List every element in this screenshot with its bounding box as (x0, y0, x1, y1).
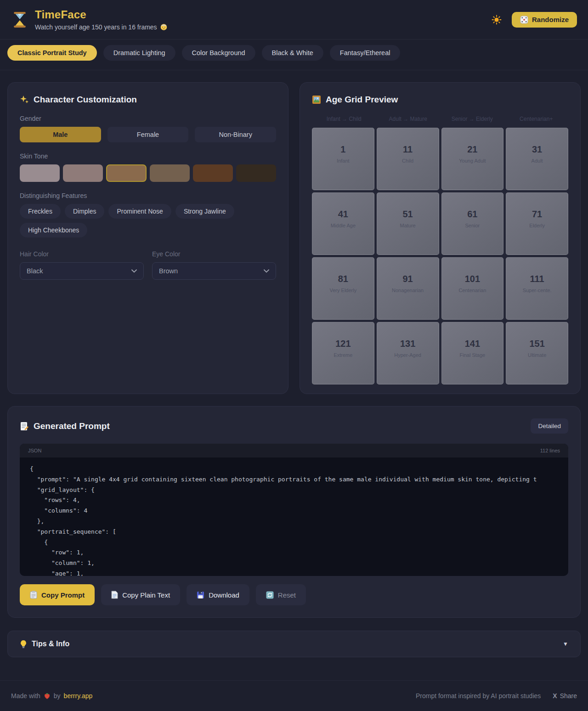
download-button[interactable]: Download (187, 584, 249, 605)
floppy-disk-icon (197, 591, 204, 599)
prompt-code-block: JSON 112 lines { "prompt": "A single 4x4… (20, 444, 568, 576)
column-label: Senior → Elderly (440, 116, 504, 122)
feature-chip-freckles[interactable]: Freckles (20, 204, 61, 219)
age-cell-51[interactable]: 51Mature (377, 192, 439, 255)
footer-credit-right: Prompt format inspired by AI portrait st… (416, 692, 577, 700)
skin-tone-options (20, 164, 276, 182)
copy-plain-text-button[interactable]: Copy Plain Text (101, 584, 180, 605)
hair-color-select[interactable]: Black (20, 262, 144, 280)
tab-fantasy-ethereal[interactable]: Fantasy/Ethereal (330, 45, 401, 61)
tab-dramatic-lighting[interactable]: Dramatic Lighting (103, 45, 175, 61)
app-header: TimeFace Watch yourself age 150 years in… (0, 0, 588, 40)
footer-credit-left: Made with by berrry.app (11, 692, 92, 700)
age-cell-11[interactable]: 11Child (377, 128, 439, 190)
feature-chip-dimples[interactable]: Dimples (65, 204, 105, 219)
age-cell-151[interactable]: 151Ultimate (506, 322, 568, 384)
memo-icon (20, 422, 29, 431)
randomize-label: Randomize (532, 16, 569, 23)
feature-options: Freckles Dimples Prominent Nose Strong J… (20, 204, 236, 237)
age-cell-111[interactable]: 111Super-cente. (506, 257, 568, 320)
age-cell-1[interactable]: 1Infant (312, 128, 374, 190)
tab-black-and-white[interactable]: Black & White (262, 45, 323, 61)
share-button[interactable]: X Share (553, 692, 577, 700)
berrry-app-link[interactable]: berrry.app (64, 692, 93, 700)
reset-button[interactable]: Reset (256, 584, 306, 605)
eye-color-label: Eye Color (152, 250, 276, 258)
age-cell-101[interactable]: 101Centenarian (441, 257, 504, 320)
code-block-header: JSON 112 lines (20, 444, 568, 457)
color-selects: Hair Color Black Eye Color Brown (20, 240, 276, 280)
column-label: Infant → Child (312, 116, 376, 122)
gender-label: Gender (20, 115, 276, 122)
app-title: TimeFace (35, 8, 168, 21)
skin-tone-swatch-5[interactable] (193, 164, 233, 182)
detail-level-badge[interactable]: Detailed (531, 418, 568, 434)
app-subtitle: Watch yourself age 150 years in 16 frame… (35, 23, 168, 31)
gender-options: Male Female Non-Binary (20, 127, 276, 142)
age-cell-81[interactable]: 81Very Elderly (312, 257, 374, 320)
age-cell-61[interactable]: 61Senior (441, 192, 504, 255)
brand-text: TimeFace Watch yourself age 150 years in… (35, 8, 168, 31)
gender-option-female[interactable]: Female (107, 127, 189, 142)
sun-icon (492, 15, 502, 25)
prompt-json-code[interactable]: { "prompt": "A single 4x4 grid containin… (20, 457, 568, 576)
character-customization-panel: Character Customization Gender Male Fema… (7, 82, 288, 394)
tips-title: Tips & Info (20, 640, 69, 649)
sparkles-icon (20, 95, 29, 104)
page-icon (111, 591, 118, 599)
column-label: Centenarian+ (504, 116, 569, 122)
copy-prompt-button[interactable]: Copy Prompt (20, 584, 95, 605)
app-footer: Made with by berrry.app Prompt format in… (0, 680, 588, 711)
light-bulb-icon (20, 640, 27, 649)
age-cell-121[interactable]: 121Extreme (312, 322, 374, 384)
header-actions: Randomize (492, 12, 577, 28)
age-cell-71[interactable]: 71Elderly (506, 192, 568, 255)
age-grid-title: Age Grid Preview (312, 95, 568, 105)
age-grid: 1Infant 11Child 21Young Adult 31Adult 41… (312, 128, 568, 384)
x-logo-icon: X (553, 692, 557, 700)
accordion-chevron-icon[interactable]: ▼ (563, 641, 568, 647)
style-tabs: Classic Portrait Study Dramatic Lighting… (0, 40, 588, 70)
hair-color-value: Black (27, 267, 43, 275)
tips-info-accordion[interactable]: Tips & Info ▼ (7, 631, 581, 657)
feature-chip-prominent-nose[interactable]: Prominent Nose (108, 204, 171, 219)
prompt-title: Generated Prompt (20, 421, 110, 431)
hair-color-label: Hair Color (20, 250, 144, 258)
customization-title: Character Customization (20, 95, 276, 105)
feature-chip-high-cheekbones[interactable]: High Cheekbones (20, 223, 87, 237)
chevron-down-icon (131, 269, 137, 273)
hourglass-icon (11, 11, 28, 28)
chevron-down-icon (264, 269, 269, 273)
randomize-button[interactable]: Randomize (512, 12, 577, 28)
old-person-face-icon (160, 23, 168, 31)
features-label: Distinguishing Features (20, 192, 276, 199)
skin-tone-swatch-6[interactable] (236, 164, 276, 182)
age-cell-31[interactable]: 31Adult (506, 128, 568, 190)
age-cell-21[interactable]: 21Young Adult (441, 128, 504, 190)
eye-color-select[interactable]: Brown (152, 262, 276, 280)
skin-tone-swatch-4[interactable] (150, 164, 190, 182)
footer-credit-text: Prompt format inspired by AI portrait st… (416, 692, 541, 700)
feature-chip-strong-jawline[interactable]: Strong Jawline (175, 204, 234, 219)
theme-toggle-button[interactable] (492, 15, 502, 25)
gender-option-non-binary[interactable]: Non-Binary (195, 127, 276, 142)
age-cell-41[interactable]: 41Middle Age (312, 192, 374, 255)
brand: TimeFace Watch yourself age 150 years in… (11, 8, 168, 31)
code-language-label: JSON (28, 448, 41, 453)
code-line-count: 112 lines (540, 448, 560, 453)
main-content: Character Customization Gender Male Fema… (0, 70, 588, 394)
prompt-actions: Copy Prompt Copy Plain Text (20, 584, 568, 605)
age-cell-131[interactable]: 131Hyper-Aged (377, 322, 439, 384)
column-label: Adult → Mature (376, 116, 441, 122)
age-cell-141[interactable]: 141Final Stage (441, 322, 504, 384)
prompt-header: Generated Prompt Detailed (20, 418, 568, 434)
skin-tone-swatch-2[interactable] (63, 164, 103, 182)
clipboard-icon (30, 591, 37, 599)
skin-tone-swatch-3[interactable] (106, 164, 146, 182)
tab-color-background[interactable]: Color Background (182, 45, 255, 61)
generated-prompt-panel: Generated Prompt Detailed JSON 112 lines… (7, 406, 581, 618)
tab-classic-portrait-study[interactable]: Classic Portrait Study (7, 45, 97, 61)
gender-option-male[interactable]: Male (20, 127, 101, 142)
skin-tone-swatch-1[interactable] (20, 164, 60, 182)
age-cell-91[interactable]: 91Nonagenarian (377, 257, 439, 320)
